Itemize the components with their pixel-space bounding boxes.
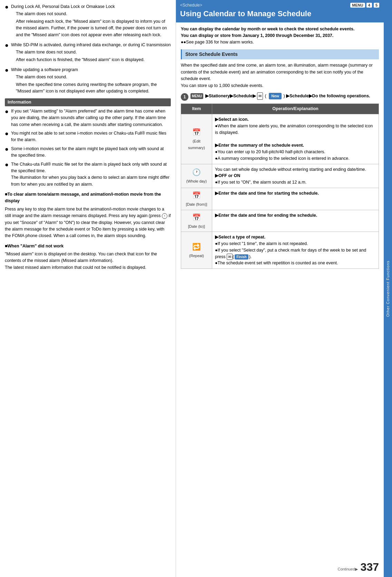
dt-line-1: ▶Enter the date and time for ending the … [215, 212, 376, 219]
intro-line-1: You can display the calendar by month or… [181, 26, 379, 32]
info-dot-3: ● [5, 146, 10, 159]
continued-text: Continued▶ [337, 567, 357, 574]
info-bullet-2: ● You might not be able to set some i-mo… [5, 130, 171, 144]
info-bullet-4: ● The Chaku-uta Full® music file set for… [5, 161, 171, 188]
info-text-1: If you set "Alarm setting" to "Alarm pre… [11, 108, 171, 128]
page-footer: Continued▶ 337 [176, 557, 384, 577]
schedule-table: Item Operation/Explanation 📅 (Editsummar… [181, 104, 379, 269]
table-row-date-from: 📅 [Date (from)] ▶Enter the date and time… [181, 188, 379, 210]
schedule-tag-line: <Schedule> MENU 4 5 [180, 3, 380, 8]
intro-bullet: ● [181, 40, 184, 45]
date-to-icon: 📅 [184, 212, 209, 223]
step1-line: 1 MENU ▶Stationery▶Schedule▶ ✉ ( New ) ▶… [181, 92, 379, 101]
repeat-label: (Repeat) [189, 254, 204, 258]
menu-num2: 5 [374, 3, 379, 8]
table-row-repeat: 🔁 (Repeat) ▶Select a type of repeat. ●If… [181, 232, 379, 269]
step1-num: 1 [181, 93, 188, 101]
bullet-dot-1: ● [5, 3, 10, 38]
bullet-item-1: ● During Lock All, Personal Data Lock or… [5, 3, 171, 38]
menu-badge: MENU 4 5 [350, 3, 380, 8]
table-row-whole-day: 🕐 (Whole day) You can set whole day sche… [181, 164, 379, 188]
whole-day-icon: 🕐 [184, 167, 209, 177]
whole-day-label: (Whole day) [186, 179, 207, 183]
info-bullet-1: ● If you set "Alarm setting" to "Alarm p… [5, 108, 171, 128]
item-cell-whole-day: 🕐 (Whole day) [181, 164, 212, 188]
wd-line-3: ●If you set to "ON", the alarm sounds at… [215, 179, 376, 186]
date-to-label: [Date (to)] [188, 224, 205, 228]
rp-line-1: ▶Select a type of repeat. [215, 234, 376, 241]
bullet-sub-3a: The alarm does not sound. [16, 74, 171, 80]
menu-num1: 4 [366, 3, 372, 8]
menu-icon-inline: MENU [190, 93, 203, 99]
operation-cell-edit-summary: ▶Select an icon. ●When the alarm tone al… [212, 114, 379, 164]
bullet-main-1: During Lock All, Personal Data Lock or O… [11, 4, 115, 9]
right-column: <Schedule> MENU 4 5 Using Calendar to Ma… [176, 0, 392, 577]
mail-icon: ✉ [257, 92, 263, 100]
section1-label: ■To clear alarm tone/alarm message, and … [5, 191, 171, 205]
item-cell-repeat: 🔁 (Repeat) [181, 232, 212, 269]
intro-line-2: You can display or store from January 1,… [181, 32, 379, 39]
info-dot-4: ● [5, 161, 10, 188]
op-line-3: ▶Enter the summary of the schedule event… [215, 142, 376, 149]
right-sidebar: Other Convenient Functions [384, 0, 392, 577]
right-main: <Schedule> MENU 4 5 Using Calendar to Ma… [176, 0, 384, 577]
rp-line-3: ●If you select "Select day", put a check… [215, 247, 376, 260]
bullet-sub-3b: When the specified time comes during rew… [16, 81, 171, 95]
section2-text: "Missed alarm" icon is displayed on the … [5, 251, 171, 271]
snooze-key-icon: ↑ [162, 213, 167, 219]
table-col2: Operation/Explanation [212, 104, 379, 114]
info-dot-2: ● [5, 130, 10, 144]
op-line-2: ●When the alarm tone alerts you, the ani… [215, 123, 376, 136]
step1-text-post: ▶Schedule▶Do the following operations. [286, 94, 370, 98]
step1-content: MENU ▶Stationery▶Schedule▶ ✉ ( New ) ▶Sc… [190, 92, 379, 100]
op-line-5: ●A summary corresponding to the selected… [215, 155, 376, 162]
operation-cell-repeat: ▶Select a type of repeat. ●If you select… [212, 232, 379, 269]
bullet-main-2: While SD-PIM is activated, during infrar… [11, 42, 171, 47]
page-num: 337 [361, 561, 379, 574]
wd-line-2: ▶OFF or ON [215, 173, 376, 179]
date-from-label: [Date (from)] [186, 202, 207, 206]
section1-text: Press any key to stop the alarm tone but… [5, 206, 171, 239]
table-col1: Item [181, 104, 212, 114]
rp-line-2: ●If you select "1 time", the alarm is no… [215, 241, 376, 247]
table-row-edit-summary: 📅 (Editsummary) ▶Select an icon. ●When t… [181, 114, 379, 164]
info-text-4: The Chaku-uta Full® music file set for t… [11, 161, 171, 188]
repeat-icon: 🔁 [184, 242, 209, 252]
date-from-icon: 📅 [184, 190, 209, 201]
bullet-main-3: While updating a software program [11, 67, 78, 72]
table-header-row: Item Operation/Explanation [181, 104, 379, 114]
paren-open: ( [265, 93, 266, 99]
op-line-1: ▶Select an icon. [215, 116, 376, 123]
edit-summary-label: (Editsummary) [188, 139, 205, 150]
item-cell-edit-summary: 📅 (Editsummary) [181, 114, 212, 164]
bullet-sub-1a: The alarm does not sound. [16, 11, 171, 17]
intro-line-3: ●●See page 336 for how alarm works. [181, 39, 379, 46]
df-line-1: ▶Enter the date and time for starting th… [215, 190, 376, 197]
bullet-text-3: While updating a software program The al… [11, 67, 171, 95]
bullet-sub-1b: After releasing each lock, the "Missed a… [16, 18, 171, 38]
bullet-item-2: ● While SD-PIM is activated, during infr… [5, 42, 171, 63]
bullet-item-3: ● While updating a software program The … [5, 67, 171, 95]
schedule-header: <Schedule> MENU 4 5 Using Calendar to Ma… [176, 0, 384, 22]
bullet-text-1: During Lock All, Personal Data Lock or O… [11, 3, 171, 38]
bullet-dot-2: ● [5, 42, 10, 63]
bullet-sub-2a: The alarm tone does not sound. [16, 49, 171, 56]
bullet-dot-3: ● [5, 67, 10, 95]
finish-mail-icon: ✉ [227, 254, 233, 260]
new-badge: New [269, 93, 282, 99]
item-cell-date-to: 📅 [Date (to)] [181, 210, 212, 232]
section2-label: ■When "Alarm" did not work [5, 243, 171, 250]
step1-text-pre: ▶Stationery▶Schedule▶ [205, 94, 256, 98]
store-intro: When the specified date and time come, a… [181, 62, 379, 89]
right-content-and-sidebar: <Schedule> MENU 4 5 Using Calendar to Ma… [176, 0, 392, 577]
operation-cell-date-to: ▶Enter the date and time for ending the … [212, 210, 379, 232]
left-column: ● During Lock All, Personal Data Lock or… [0, 0, 176, 577]
op-line-4: ●You can enter up to 20 full-pitch/40 ha… [215, 149, 376, 155]
schedule-tag: <Schedule> [180, 3, 202, 8]
intro-text-3: ●See page 336 for how alarm works. [184, 40, 254, 45]
bullet-text-2: While SD-PIM is activated, during infrar… [11, 42, 171, 63]
schedule-body: You can display the calendar by month or… [176, 22, 384, 273]
sidebar-text: Other Convenient Functions [386, 261, 390, 317]
intro-strong-2: You can display or store from January 1,… [181, 33, 333, 38]
bullet-sub-2b: After each function is finished, the "Mi… [16, 57, 171, 63]
